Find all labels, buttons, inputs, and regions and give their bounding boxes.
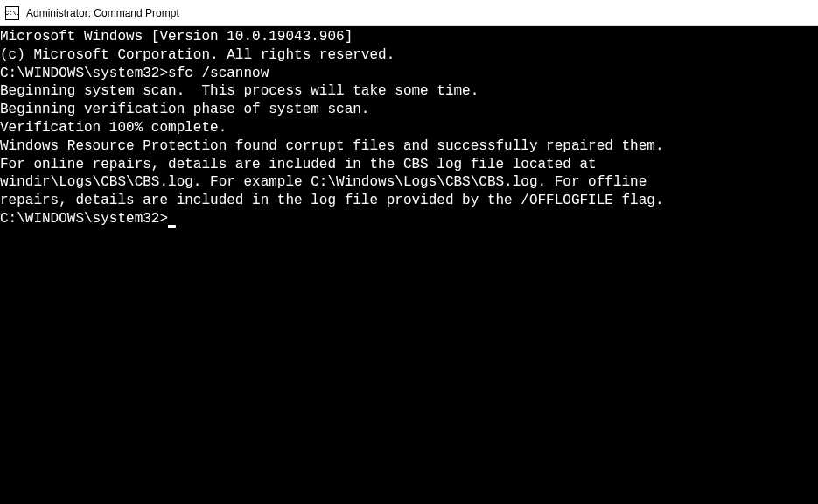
terminal-line: Windows Resource Protection found corrup… [0,137,818,156]
window-title: Administrator: Command Prompt [26,7,179,19]
cmd-icon: C:\. [5,6,19,20]
terminal-line: Beginning system scan. This process will… [0,82,818,101]
terminal-line: Microsoft Windows [Version 10.0.19043.90… [0,28,818,46]
cmd-icon-label: C:\. [4,10,19,17]
terminal-prompt-line: C:\WINDOWS\system32> [0,210,818,228]
terminal-line: (c) Microsoft Corporation. All rights re… [0,46,818,65]
terminal-line: C:\WINDOWS\system32>sfc /scannow [0,65,818,83]
terminal-line: For online repairs, details are included… [0,156,818,174]
terminal-line: Beginning verification phase of system s… [0,101,818,119]
terminal-line: windir\Logs\CBS\CBS.log. For example C:\… [0,173,818,192]
window-titlebar[interactable]: C:\. Administrator: Command Prompt [0,0,818,26]
terminal-cursor [168,225,176,228]
terminal-output[interactable]: Microsoft Windows [Version 10.0.19043.90… [0,26,818,504]
terminal-line: Verification 100% complete. [0,119,818,137]
terminal-line: repairs, details are included in the log… [0,192,818,210]
terminal-prompt: C:\WINDOWS\system32> [0,211,168,227]
